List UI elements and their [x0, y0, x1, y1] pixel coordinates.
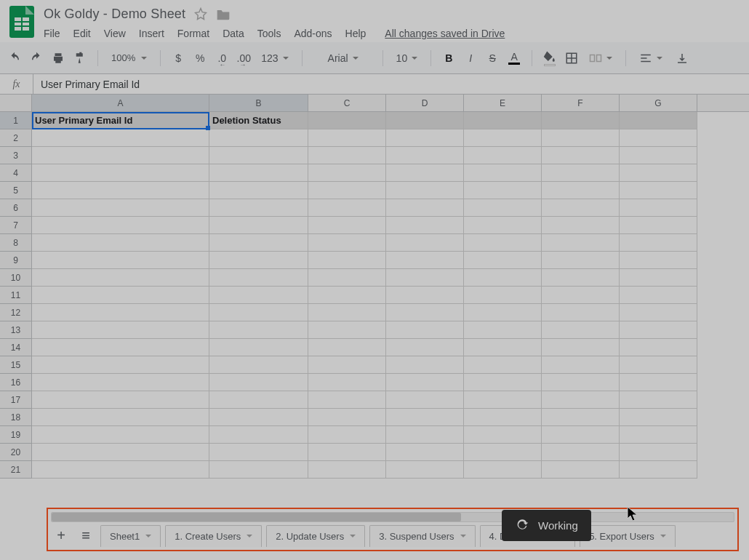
grid-body[interactable]: 1 User Primary Email Id Deletion Status … — [0, 112, 749, 479]
all-sheets-button[interactable]: ≡ — [76, 526, 96, 546]
sheet-tabs-row: + ≡ Sheet1 1. Create Users 2. Update Use… — [48, 522, 737, 550]
formula-bar: fx — [0, 74, 749, 95]
row-8: 8 — [0, 234, 749, 252]
col-header-D[interactable]: D — [386, 95, 464, 111]
italic-button[interactable]: I — [460, 48, 481, 68]
cell-B1[interactable]: Deletion Status — [209, 112, 308, 129]
fill-color-button[interactable] — [540, 48, 560, 68]
bold-button[interactable]: B — [438, 48, 459, 68]
decrease-decimals-button[interactable]: .0← — [212, 48, 232, 68]
strikethrough-button[interactable]: S — [482, 48, 502, 68]
menu-file[interactable]: File — [44, 28, 60, 39]
merge-cells-button[interactable] — [583, 48, 618, 68]
vertical-align-dropdown[interactable] — [670, 48, 694, 68]
row-header[interactable]: 1 — [0, 112, 32, 129]
sheet-tab-update-users[interactable]: 2. Update Users — [266, 525, 365, 547]
redo-button[interactable] — [26, 48, 47, 68]
menu-view[interactable]: View — [104, 28, 126, 39]
doc-title[interactable]: Ok Goldy - Demo Sheet — [44, 7, 185, 22]
row-20: 20 — [0, 444, 749, 461]
cell[interactable] — [308, 112, 386, 129]
row-5: 5 — [0, 182, 749, 199]
add-sheet-button[interactable]: + — [51, 526, 71, 546]
toolbar: 100% $ % .0← .00→ 123 Arial 10 B I S A — [0, 42, 749, 74]
col-header-G[interactable]: G — [620, 95, 697, 111]
row-21: 21 — [0, 461, 749, 479]
horizontal-align-dropdown[interactable] — [633, 48, 668, 68]
row-6: 6 — [0, 199, 749, 217]
mouse-cursor-icon — [627, 506, 638, 522]
row-4: 4 — [0, 164, 749, 182]
toast-label: Working — [538, 519, 578, 532]
row-17: 17 — [0, 391, 749, 409]
formula-input[interactable] — [33, 74, 749, 94]
borders-button[interactable] — [561, 48, 582, 68]
row-13: 13 — [0, 321, 749, 339]
sheet-tab-suspend-users[interactable]: 3. Suspend Users — [369, 525, 475, 547]
font-family-dropdown[interactable]: Arial — [310, 48, 375, 68]
svg-rect-9 — [597, 55, 601, 61]
menu-addons[interactable]: Add-ons — [294, 28, 332, 39]
svg-rect-8 — [590, 55, 595, 61]
row-9: 9 — [0, 252, 749, 269]
menu-help[interactable]: Help — [345, 28, 367, 39]
select-all-corner[interactable] — [0, 95, 32, 111]
format-percent-button[interactable]: % — [190, 48, 210, 68]
fx-label: fx — [0, 74, 33, 94]
row-12: 12 — [0, 304, 749, 321]
menu-edit[interactable]: Edit — [73, 28, 91, 39]
cell[interactable] — [620, 112, 697, 129]
working-toast: Working — [502, 510, 591, 541]
text-color-button[interactable]: A — [504, 48, 524, 68]
number-format-dropdown[interactable]: 123 — [255, 48, 294, 68]
increase-decimals-button[interactable]: .00→ — [233, 48, 254, 68]
undo-button[interactable] — [4, 48, 25, 68]
row-10: 10 — [0, 269, 749, 287]
menu-format[interactable]: Format — [177, 28, 209, 39]
refresh-icon — [515, 517, 529, 534]
row-16: 16 — [0, 374, 749, 391]
menu-bar: File Edit View Insert Format Data Tools … — [44, 23, 505, 39]
col-header-C[interactable]: C — [308, 95, 386, 111]
col-header-B[interactable]: B — [209, 95, 308, 111]
sheet-tab-create-users[interactable]: 1. Create Users — [165, 525, 262, 547]
sheet-area: A B C D E F G 1 User Primary Email Id De… — [0, 95, 749, 516]
cell[interactable] — [464, 112, 542, 129]
col-header-F[interactable]: F — [542, 95, 620, 111]
row-18: 18 — [0, 409, 749, 426]
sheets-logo-icon[interactable] — [7, 4, 36, 39]
col-header-A[interactable]: A — [32, 95, 209, 111]
row-1: 1 User Primary Email Id Deletion Status — [0, 112, 749, 129]
zoom-dropdown[interactable]: 100% — [105, 52, 153, 63]
cell[interactable] — [386, 112, 464, 129]
star-icon[interactable] — [194, 7, 207, 20]
paint-format-button[interactable] — [70, 48, 90, 68]
sheet-tab-sheet1[interactable]: Sheet1 — [100, 525, 161, 547]
row-7: 7 — [0, 217, 749, 234]
row-11: 11 — [0, 287, 749, 304]
sheet-tab-export-users[interactable]: 5. Export Users — [580, 525, 676, 547]
font-size-dropdown[interactable]: 10 — [390, 48, 424, 68]
menu-insert[interactable]: Insert — [139, 28, 164, 39]
col-header-E[interactable]: E — [464, 95, 542, 111]
row-2: 2 — [0, 129, 749, 147]
row-19: 19 — [0, 426, 749, 444]
save-status[interactable]: All changes saved in Drive — [385, 28, 505, 39]
cell-A1[interactable]: User Primary Email Id — [32, 112, 209, 129]
doc-header: Ok Goldy - Demo Sheet File Edit View Ins… — [0, 0, 749, 39]
row-14: 14 — [0, 339, 749, 356]
row-3: 3 — [0, 147, 749, 164]
format-currency-button[interactable]: $ — [168, 48, 188, 68]
print-button[interactable] — [48, 48, 68, 68]
menu-tools[interactable]: Tools — [257, 28, 281, 39]
cell[interactable] — [542, 112, 620, 129]
column-headers: A B C D E F G — [0, 95, 749, 112]
move-folder-icon[interactable] — [216, 7, 231, 20]
menu-data[interactable]: Data — [223, 28, 244, 39]
row-15: 15 — [0, 356, 749, 374]
